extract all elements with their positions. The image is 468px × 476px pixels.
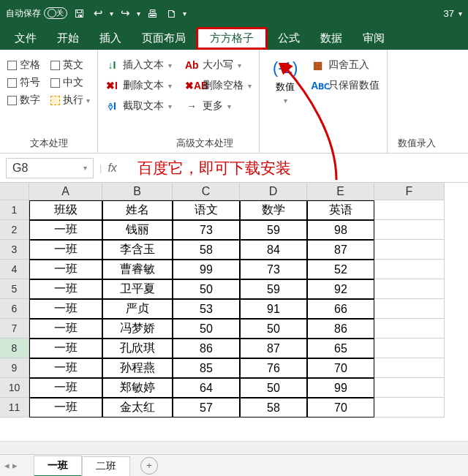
chk-space[interactable]: 空格 — [7, 58, 40, 72]
data-cell[interactable]: 李含玉 — [102, 240, 173, 260]
btn-insert-text[interactable]: ↓I插入文本 ▾ — [105, 58, 172, 72]
data-cell[interactable]: 86 — [307, 319, 374, 339]
header-cell[interactable]: 姓名 — [102, 200, 173, 220]
data-cell[interactable]: 92 — [307, 279, 374, 299]
data-cell[interactable]: 卫平夏 — [102, 279, 173, 299]
name-box[interactable]: G8▾ — [6, 158, 94, 178]
chk-english[interactable]: 英文 — [50, 58, 90, 72]
data-cell[interactable]: 76 — [240, 358, 307, 378]
col-header[interactable]: E — [307, 183, 374, 200]
data-cell[interactable]: 85 — [173, 358, 240, 378]
data-cell[interactable]: 一班 — [29, 220, 102, 240]
data-cell[interactable]: 曹睿敏 — [102, 260, 173, 279]
btn-round[interactable]: ▦四舍五入 — [311, 58, 380, 72]
data-cell[interactable]: 严贞 — [102, 299, 173, 319]
data-cell[interactable]: 郑敏婷 — [102, 378, 173, 398]
data-cell[interactable]: 91 — [240, 299, 307, 319]
select-all-corner[interactable] — [0, 183, 29, 200]
row-header[interactable]: 8 — [0, 339, 29, 358]
tab-file[interactable]: 文件 — [4, 27, 47, 50]
btn-case[interactable]: Ab大小写 ▾ — [185, 58, 252, 72]
cell[interactable] — [374, 279, 445, 299]
data-cell[interactable]: 孙程燕 — [102, 358, 173, 378]
cell[interactable] — [374, 200, 445, 220]
horizontal-scrollbar[interactable] — [0, 441, 468, 454]
cell[interactable] — [374, 299, 445, 319]
redo-icon[interactable]: ↪ — [118, 7, 132, 20]
undo-icon[interactable]: ↩ — [91, 7, 105, 20]
cell[interactable] — [374, 319, 445, 339]
data-cell[interactable]: 73 — [173, 220, 240, 240]
data-cell[interactable]: 73 — [240, 260, 307, 279]
data-cell[interactable]: 一班 — [29, 339, 102, 358]
data-cell[interactable]: 58 — [173, 240, 240, 260]
data-cell[interactable]: 一班 — [29, 279, 102, 299]
cell[interactable] — [374, 378, 445, 398]
col-header[interactable]: A — [29, 183, 102, 200]
data-cell[interactable]: 59 — [240, 220, 307, 240]
add-sheet-button[interactable]: + — [140, 457, 158, 475]
col-header[interactable]: B — [102, 183, 173, 200]
chk-chinese[interactable]: 中文 — [50, 76, 90, 89]
save-icon[interactable]: 🖫 — [72, 7, 86, 20]
cell[interactable] — [374, 358, 445, 378]
data-cell[interactable]: 一班 — [29, 358, 102, 378]
btn-trim-text[interactable]: ⎀I截取文本 ▾ — [105, 99, 172, 113]
header-cell[interactable]: 班级 — [29, 200, 102, 220]
sheet-nav[interactable]: ◂ ▸ — [4, 460, 18, 471]
data-cell[interactable]: 86 — [173, 339, 240, 358]
data-cell[interactable]: 一班 — [29, 378, 102, 398]
print-icon[interactable]: 🖶 — [145, 7, 159, 20]
data-cell[interactable]: 70 — [307, 358, 374, 378]
data-cell[interactable]: 53 — [173, 299, 240, 319]
fx-icon[interactable]: fx — [102, 162, 122, 175]
row-header[interactable]: 10 — [0, 378, 29, 398]
header-cell[interactable]: 语文 — [173, 200, 240, 220]
row-header[interactable]: 4 — [0, 260, 29, 279]
data-cell[interactable]: 66 — [307, 299, 374, 319]
data-cell[interactable]: 一班 — [29, 299, 102, 319]
data-cell[interactable]: 50 — [240, 378, 307, 398]
data-cell[interactable]: 冯梦娇 — [102, 319, 173, 339]
data-cell[interactable]: 50 — [240, 319, 307, 339]
cell[interactable] — [374, 260, 445, 279]
data-cell[interactable]: 金太红 — [102, 398, 173, 418]
row-header[interactable]: 1 — [0, 200, 29, 220]
btn-keep-numeric[interactable]: Aʙᴄ只保留数值 — [311, 79, 380, 92]
cell[interactable] — [374, 398, 445, 418]
btn-delete-text[interactable]: ✖I删除文本 ▾ — [105, 79, 172, 92]
cell[interactable] — [374, 240, 445, 260]
data-cell[interactable]: 一班 — [29, 319, 102, 339]
tab-home[interactable]: 开始 — [47, 27, 89, 50]
sheet-tab-1[interactable]: 一班 — [34, 456, 82, 477]
chk-execute[interactable]: 执行 ▾ — [50, 94, 90, 107]
data-cell[interactable]: 64 — [173, 378, 240, 398]
data-cell[interactable]: 孔欣琪 — [102, 339, 173, 358]
data-cell[interactable]: 一班 — [29, 398, 102, 418]
row-header[interactable]: 5 — [0, 279, 29, 299]
cell[interactable] — [374, 220, 445, 240]
row-header[interactable]: 6 — [0, 299, 29, 319]
data-cell[interactable]: 87 — [307, 240, 374, 260]
btn-del-space[interactable]: ✖AB删除空格 ▾ — [185, 79, 252, 92]
row-header[interactable]: 11 — [0, 398, 29, 418]
tab-fanggezi[interactable]: 方方格子 — [196, 27, 268, 50]
row-header[interactable]: 7 — [0, 319, 29, 339]
row-header[interactable]: 3 — [0, 240, 29, 260]
autosave-toggle[interactable]: 自动保存 关 — [6, 7, 67, 20]
tab-review[interactable]: 审阅 — [352, 27, 395, 50]
data-cell[interactable]: 70 — [307, 398, 374, 418]
data-cell[interactable]: 99 — [173, 260, 240, 279]
col-header[interactable]: C — [173, 183, 240, 200]
header-cell[interactable]: 英语 — [307, 200, 374, 220]
btn-numeric[interactable]: (-1) 数值 ▾ — [267, 54, 303, 151]
tab-data[interactable]: 数据 — [310, 27, 352, 50]
data-cell[interactable]: 钱丽 — [102, 220, 173, 240]
chk-number[interactable]: 数字 — [7, 94, 40, 107]
data-cell[interactable]: 50 — [173, 279, 240, 299]
cell[interactable] — [374, 339, 445, 358]
data-cell[interactable]: 52 — [307, 260, 374, 279]
tab-formula[interactable]: 公式 — [268, 27, 310, 50]
data-cell[interactable]: 65 — [307, 339, 374, 358]
chk-symbol[interactable]: 符号 — [7, 76, 40, 89]
